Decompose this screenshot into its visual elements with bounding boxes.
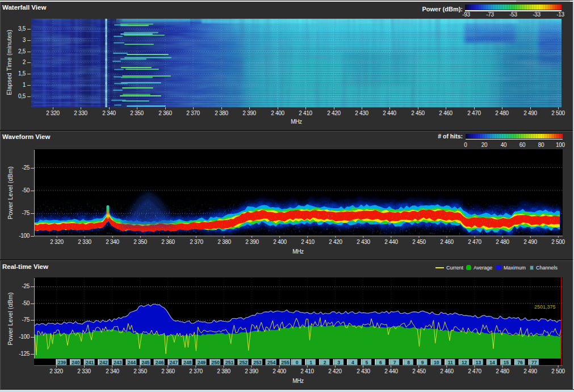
svg-text:0: 0 (296, 360, 299, 365)
svg-text:6: 6 (379, 360, 382, 365)
svg-text:248: 248 (183, 360, 191, 365)
svg-text:251: 251 (225, 360, 233, 365)
svg-text:244: 244 (128, 360, 136, 365)
svg-text:254: 254 (267, 360, 275, 365)
svg-text:242: 242 (100, 360, 108, 365)
svg-text:250: 250 (212, 360, 220, 365)
svg-text:9: 9 (421, 360, 424, 365)
svg-text:2: 2 (324, 360, 326, 365)
svg-text:246: 246 (156, 360, 164, 365)
svg-text:255: 255 (282, 360, 290, 365)
svg-text:252: 252 (240, 360, 248, 365)
svg-text:76: 76 (517, 360, 523, 365)
svg-text:5: 5 (366, 360, 368, 365)
svg-text:8: 8 (407, 360, 410, 365)
svg-text:3: 3 (337, 360, 340, 365)
svg-text:241: 241 (86, 360, 94, 365)
svg-text:12: 12 (462, 360, 467, 365)
svg-text:77: 77 (531, 360, 537, 365)
svg-text:1: 1 (309, 360, 312, 365)
svg-text:7: 7 (393, 360, 396, 365)
svg-text:10: 10 (434, 360, 439, 365)
svg-text:247: 247 (170, 360, 178, 365)
svg-text:11: 11 (448, 360, 453, 365)
svg-text:245: 245 (141, 360, 149, 365)
svg-text:240: 240 (72, 360, 79, 365)
svg-text:253: 253 (253, 360, 261, 365)
svg-text:243: 243 (114, 360, 121, 365)
svg-text:13: 13 (476, 360, 481, 365)
svg-text:14: 14 (489, 360, 495, 365)
svg-text:15: 15 (504, 360, 509, 365)
svg-text:4: 4 (351, 360, 354, 365)
svg-text:249: 249 (198, 360, 206, 365)
svg-text:239: 239 (58, 360, 66, 365)
